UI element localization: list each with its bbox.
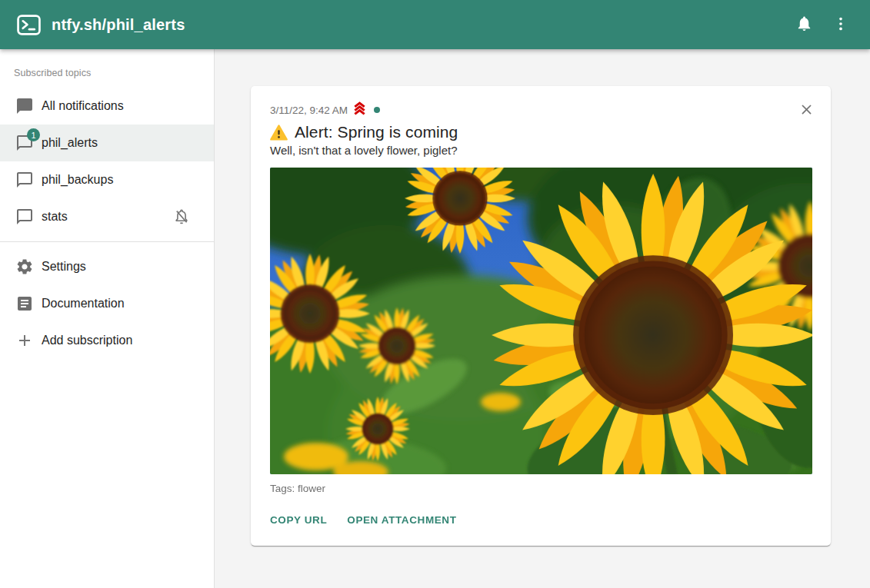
notification-tags: Tags: flower	[270, 483, 812, 494]
sidebar-item-label: phil_backups	[42, 173, 113, 187]
article-icon	[15, 294, 34, 313]
copy-url-button[interactable]: COPY URL	[270, 514, 327, 526]
sidebar-item-label: phil_alerts	[42, 136, 98, 150]
gear-icon	[15, 257, 34, 276]
chat-filled-icon	[15, 97, 34, 115]
priority-max-icon	[352, 101, 368, 119]
sidebar-item-phil-alerts[interactable]: 1 phil_alerts	[0, 125, 214, 161]
app-logo-terminal-icon	[17, 13, 41, 37]
main-content: 3/11/22, 9:42 AM	[215, 49, 870, 588]
page-title: ntfy.sh/phil_alerts	[52, 16, 185, 34]
notification-body: Well, isn't that a lovely flower, piglet…	[270, 144, 812, 157]
sidebar-item-add-subscription[interactable]: Add subscription	[0, 322, 214, 359]
notification-timestamp: 3/11/22, 9:42 AM	[270, 105, 348, 116]
sidebar-item-label: stats	[42, 210, 68, 224]
sidebar-item-label: All notifications	[42, 99, 124, 113]
notification-meta: 3/11/22, 9:42 AM	[270, 103, 812, 117]
sidebar-item-documentation[interactable]: Documentation	[0, 285, 214, 322]
notification-card: 3/11/22, 9:42 AM	[251, 86, 831, 546]
bell-icon	[795, 15, 813, 35]
notification-actions: COPY URL OPEN ATTACHMENT	[270, 514, 812, 526]
unread-count-badge: 1	[27, 128, 40, 141]
sidebar-item-all-notifications[interactable]: All notifications	[0, 88, 214, 125]
chat-outline-icon: 1	[15, 134, 34, 152]
open-attachment-button[interactable]: OPEN ATTACHMENT	[347, 514, 456, 526]
chat-outline-icon	[15, 171, 34, 189]
warning-emoji-icon	[270, 125, 288, 141]
sidebar-item-label: Add subscription	[42, 334, 132, 347]
bell-off-icon	[172, 208, 191, 226]
sidebar-item-label: Settings	[42, 260, 86, 274]
subscribed-topics-label: Subscribed topics	[0, 49, 214, 88]
sidebar-item-settings[interactable]: Settings	[0, 248, 214, 285]
sidebar-divider	[0, 241, 214, 242]
plus-icon	[15, 331, 34, 350]
sidebar-item-stats[interactable]: stats	[0, 198, 214, 235]
kebab-menu-icon	[832, 15, 849, 35]
notifications-bell-button[interactable]	[785, 6, 822, 43]
close-notification-button[interactable]	[791, 95, 822, 126]
close-icon	[798, 101, 815, 120]
chat-outline-icon	[15, 208, 34, 226]
sidebar-item-phil-backups[interactable]: phil_backups	[0, 161, 214, 198]
unread-dot	[374, 107, 380, 113]
overflow-menu-button[interactable]	[822, 6, 859, 43]
sidebar: Subscribed topics All notifications 1 ph…	[0, 49, 215, 588]
app-bar: ntfy.sh/phil_alerts	[0, 0, 870, 49]
attachment-image[interactable]	[270, 168, 812, 474]
sidebar-item-label: Documentation	[42, 297, 125, 311]
notification-title-row: Alert: Spring is coming	[270, 123, 812, 141]
notification-title: Alert: Spring is coming	[295, 123, 458, 141]
